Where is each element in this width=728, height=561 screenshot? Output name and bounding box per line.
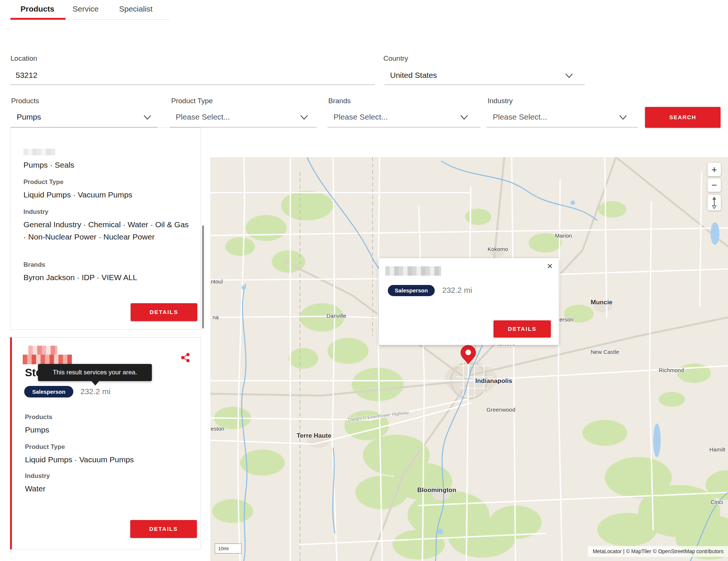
card2-product-type-label: Product Type [25, 443, 65, 451]
up-down-arrow-icon [708, 195, 721, 210]
zoom-in-button[interactable]: + [708, 163, 721, 176]
location-label: Location [10, 54, 37, 63]
map-label-anderson-clipped: erson [559, 316, 574, 323]
map-scale: 10mi [215, 543, 242, 554]
popup-details-button[interactable]: DETAILS [494, 320, 551, 337]
map-label-urbana-clipped: na [213, 314, 219, 320]
redacted-text [23, 149, 55, 155]
map-label-cincinnati-clipped: Cinci [711, 499, 723, 505]
share-icon[interactable] [180, 352, 191, 363]
chevron-down-icon [143, 115, 151, 120]
products-filter-label: Products [11, 97, 39, 105]
results-scrollbar[interactable] [202, 225, 204, 329]
location-underline [10, 85, 375, 85]
brands-filter-label: Brands [328, 97, 351, 105]
map-label-bloomington: Bloomington [417, 486, 456, 494]
tab-products[interactable]: Products [20, 4, 54, 13]
card2-products-value: Pumps [25, 424, 49, 436]
card2-industry-value: Water [25, 483, 45, 495]
country-select[interactable]: United States [390, 71, 437, 80]
distance-value: 232.2 mi [80, 387, 111, 396]
map-label-new-castle: New Castle [591, 349, 619, 355]
map-canvas[interactable]: Kokomo Marion Muncie New Castle Richmond… [210, 157, 728, 561]
map-label-greenwood: Greenwood [486, 406, 515, 413]
map-label-hamilton-clipped: Hamilt [709, 446, 725, 453]
brands-underline [328, 127, 480, 127]
chevron-down-icon [300, 115, 308, 120]
location-input[interactable]: 53212 [16, 71, 37, 80]
chevron-down-icon [619, 115, 627, 120]
details-button[interactable]: DETAILS [130, 520, 197, 538]
tab-specialist[interactable]: Specialist [119, 4, 153, 13]
card2-products-label: Products [25, 413, 52, 421]
redacted-name [385, 266, 441, 276]
chevron-down-icon [565, 73, 573, 78]
card1-brands-label: Brands [23, 261, 45, 269]
result-card-1[interactable]: Pumps · Seals Product Type Liquid Pumps … [10, 127, 201, 330]
industry-select[interactable]: Please Select... [493, 112, 547, 121]
map-attribution: MetaLocator | © MapTiler © OpenStreetMap… [588, 546, 728, 557]
brands-select[interactable]: Please Select... [333, 112, 388, 121]
map-label-danville: Danville [326, 313, 346, 319]
details-button[interactable]: DETAILS [131, 303, 197, 321]
country-underline [384, 85, 585, 85]
country-label: Country [383, 54, 408, 63]
map-pin[interactable] [460, 345, 476, 364]
service-area-tooltip: This result services your area. [38, 364, 152, 381]
active-tab-indicator [10, 18, 66, 20]
map-label-richmond: Richmond [659, 367, 684, 373]
product-type-select[interactable]: Please Select... [176, 112, 230, 121]
product-type-filter-label: Product Type [171, 97, 213, 105]
close-icon[interactable]: × [547, 261, 553, 271]
map-popup: × Salesperson 232.2 mi DETAILS [379, 258, 559, 345]
map-label-kokomo: Kokomo [488, 246, 508, 252]
card1-industry-label: Industry [23, 208, 48, 216]
card2-industry-label: Industry [25, 472, 50, 480]
search-button[interactable]: SEARCH [645, 107, 721, 128]
card1-product-type-label: Product Type [23, 178, 63, 186]
salesperson-badge: Salesperson [24, 386, 73, 397]
map-label-marion: Marion [555, 232, 572, 239]
locator-page: Products Service Specialist Location 532… [0, 0, 728, 561]
map-label-terre-haute: Terre Haute [297, 432, 331, 440]
card1-industry-value: General Industry · Chemical · Water · Oi… [23, 219, 191, 243]
tab-service[interactable]: Service [73, 4, 99, 13]
map-label-indianapolis: Indianapolis [475, 377, 512, 385]
tooltip-arrow [91, 381, 99, 386]
map-label-charleston-clipped: eston [211, 425, 224, 432]
map-label-muncie: Muncie [591, 299, 613, 306]
industry-filter-label: Industry [488, 97, 513, 105]
map-label-rantoul-clipped: ntoul [211, 278, 223, 285]
card1-product-type-value: Liquid Pumps · Vacuum Pumps [23, 189, 132, 201]
zoom-out-button[interactable]: − [708, 178, 721, 192]
popup-salesperson-badge: Salesperson [388, 285, 435, 296]
card1-products-value: Pumps · Seals [23, 159, 74, 171]
card2-product-type-value: Liquid Pumps · Vacuum Pumps [25, 454, 134, 466]
chevron-down-icon [460, 115, 468, 120]
industry-underline [486, 127, 638, 127]
pitch-toggle-button[interactable] [708, 195, 721, 210]
products-select[interactable]: Pumps [17, 112, 41, 121]
card1-brands-value[interactable]: Byron Jackson · IDP · VIEW ALL [23, 272, 137, 284]
popup-distance: 232.2 mi [442, 286, 472, 295]
